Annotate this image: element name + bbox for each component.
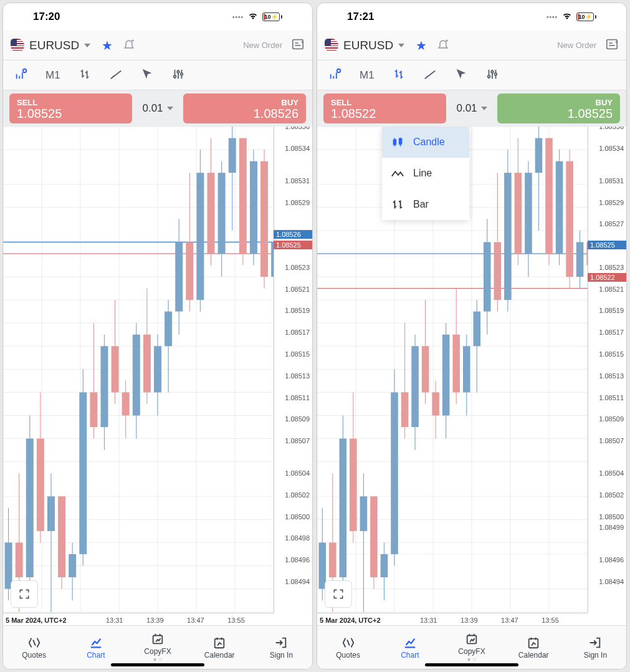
svg-point-2 [23,69,27,72]
symbol-dropdown-caret-icon[interactable] [398,44,404,47]
svg-rect-173 [525,173,532,254]
new-order-label[interactable]: New Order [243,41,282,50]
y-axis: 1.085361.085341.085311.085291.085261.085… [274,127,312,613]
sell-label: SELL [331,98,351,107]
nav-quotes[interactable]: Quotes [3,626,65,669]
dropdown-item-bar[interactable]: Bar [382,189,469,220]
svg-point-99 [494,73,497,75]
dropdown-item-line[interactable]: Line [382,158,469,189]
nav-copyfx[interactable]: CopyFX● ○ [126,626,188,669]
svg-rect-43 [26,439,34,577]
svg-rect-143 [370,496,378,577]
wifi-icon [247,11,259,23]
nav-signin[interactable]: Sign In [251,626,312,669]
svg-rect-1 [293,39,303,49]
svg-point-98 [491,70,494,73]
svg-rect-81 [229,138,236,173]
nav-chart[interactable]: Chart [65,626,126,669]
new-order-icon[interactable] [291,37,305,54]
chart-area[interactable]: 1.085361.085341.085311.085291.085261.085… [3,127,312,625]
nav-signin[interactable]: Sign In [565,626,626,669]
chart-date: 5 Mar 2024, UTC+2 [320,617,381,624]
svg-rect-145 [381,554,388,577]
y-axis: 1.085361.085341.085311.085291.085271.085… [588,127,626,613]
buy-button[interactable]: BUY 1.08526 [183,94,306,123]
drawing-tools-icon[interactable] [423,67,437,84]
svg-rect-157 [442,335,450,416]
symbol-dropdown-caret-icon[interactable] [84,44,90,47]
svg-rect-179 [556,161,563,254]
trade-row: SELL 1.08525 0.01 BUY 1.08526 [3,90,312,127]
svg-rect-49 [58,496,65,577]
svg-rect-171 [515,173,522,254]
svg-rect-141 [360,496,368,531]
buy-button[interactable]: BUY 1.08525 [497,94,620,123]
svg-rect-167 [494,242,502,300]
indicators-icon[interactable] [328,67,342,84]
chart-type-icon[interactable] [78,67,92,84]
svg-rect-51 [69,554,76,577]
status-bar: 17:20 •••• 10⚡ [3,3,312,31]
chart-type-icon[interactable] [392,67,406,84]
svg-rect-59 [112,346,119,392]
svg-rect-77 [208,173,215,254]
status-bar: 17:21 •••• 10⚡ [317,3,626,31]
home-indicator[interactable] [425,663,518,666]
svg-rect-188 [394,140,396,144]
favorite-star-icon[interactable]: ★ [416,38,427,53]
new-order-label[interactable]: New Order [557,41,596,50]
chart-toolbar: M1 [3,60,312,90]
svg-rect-139 [350,439,357,531]
svg-rect-169 [504,173,512,300]
svg-rect-137 [340,439,347,577]
symbol-name[interactable]: EURUSD [29,39,79,52]
phone-left: 17:20 •••• 10⚡ EURUSD ★ New Order M1 SEL… [2,2,313,670]
favorite-star-icon[interactable]: ★ [102,38,113,53]
status-time: 17:20 [33,11,60,23]
chart-toolbar: M1 [317,60,626,90]
buy-price: 1.08526 [254,107,298,120]
svg-point-3 [173,75,176,77]
dropdown-item-candle[interactable]: Candle [382,127,469,158]
svg-rect-41 [16,542,23,577]
drawing-tools-icon[interactable] [109,67,123,84]
svg-rect-67 [154,346,161,392]
svg-rect-147 [391,392,398,554]
fullscreen-button[interactable] [11,580,38,608]
nav-calendar[interactable]: Calendar [503,626,565,669]
symbol-name[interactable]: EURUSD [343,39,393,52]
chart-area[interactable]: 1.085361.085341.085311.085291.085271.085… [317,127,626,625]
x-axis: 5 Mar 2024, UTC+2 13:3113:3913:4713:55 [3,613,274,625]
chart-type-dropdown: Candle Line Bar [382,127,469,220]
sell-button[interactable]: SELL 1.08522 [323,94,446,123]
volume-picker[interactable]: 0.01 [450,102,493,115]
nav-chart[interactable]: Chart [379,626,441,669]
flag-icon [11,39,24,52]
nav-quotes[interactable]: Quotes [317,626,379,669]
cursor-icon[interactable] [454,67,468,84]
svg-point-4 [177,70,179,73]
trade-row: SELL 1.08522 0.01 BUY 1.08525 [317,90,626,127]
svg-rect-95 [607,39,618,49]
nav-calendar[interactable]: Calendar [189,626,251,669]
settings-sliders-icon[interactable] [171,67,185,84]
nav-copyfx[interactable]: CopyFX● ○ [441,626,502,669]
svg-rect-181 [566,161,573,277]
svg-rect-61 [122,392,130,415]
timeframe-button[interactable]: M1 [45,69,60,82]
settings-sliders-icon[interactable] [485,67,499,84]
alert-bell-icon[interactable] [437,38,449,53]
timeframe-button[interactable]: M1 [360,69,375,82]
status-time: 17:21 [347,11,374,23]
battery-icon: 10⚡ [576,12,596,21]
chart-date: 5 Mar 2024, UTC+2 [6,617,67,624]
svg-point-97 [487,75,490,77]
fullscreen-button[interactable] [325,580,352,608]
cursor-icon[interactable] [140,67,154,84]
alert-bell-icon[interactable] [123,38,135,53]
new-order-icon[interactable] [605,37,619,54]
home-indicator[interactable] [111,663,204,666]
volume-picker[interactable]: 0.01 [136,102,179,115]
indicators-icon[interactable] [14,67,28,84]
sell-button[interactable]: SELL 1.08525 [9,94,132,123]
